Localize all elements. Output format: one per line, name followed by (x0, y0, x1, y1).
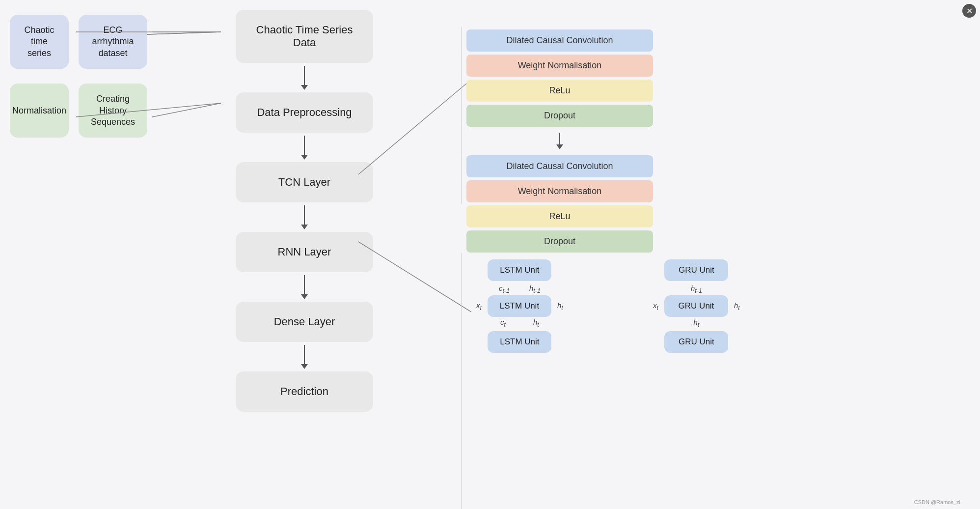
gru-xt-label: xt (653, 301, 658, 311)
chaotic-time-series-data-box: Chaotic Time Series Data (236, 10, 373, 63)
arrow-4 (301, 274, 308, 300)
normalisation-box: Normalisation (10, 84, 69, 138)
ecg-dataset-box: ECG arrhythmia dataset (79, 15, 147, 69)
watermark: CSDN @Ramos_zi (914, 499, 960, 505)
tcn-dilated-causal-1: Dilated Causal Convolution (466, 29, 653, 52)
dense-layer-box: Dense Layer (236, 302, 373, 342)
ht-label-2: ht (533, 318, 539, 328)
creating-history-sequences-box: Creating History Sequences (79, 84, 147, 138)
chaotic-time-series-box: Chaotic time series (10, 15, 69, 69)
gru-unit-bottom: GRU Unit (664, 331, 728, 353)
prediction-box: Prediction (236, 371, 373, 412)
tcn-relu-2: ReLu (466, 205, 653, 227)
lstm-unit-top: LSTM Unit (488, 259, 551, 281)
gru-ht-minus1-label: ht-1 (691, 284, 702, 294)
arrow-1 (301, 65, 308, 90)
ct-label: ct (500, 318, 506, 328)
lstm-unit-bottom: LSTM Unit (488, 331, 551, 353)
arrow-5 (301, 344, 308, 369)
tcn-weight-norm-2: Weight Normalisation (466, 180, 653, 202)
arrow-3 (301, 204, 308, 230)
svg-line-0 (147, 32, 221, 34)
gru-unit-mid: GRU Unit (664, 295, 728, 317)
rnn-gru-panel: GRU Unit ht-1 xt GRU Unit ht ht GRU Unit (653, 259, 740, 353)
tcn-block-arrow (466, 132, 653, 150)
left-panel: Chaotic time series ECG arrhythmia datas… (0, 0, 157, 197)
gru-ht-label: ht (734, 301, 740, 311)
lstm-unit-mid: LSTM Unit (488, 295, 551, 317)
left-row-1: Chaotic time series ECG arrhythmia datas… (10, 15, 147, 69)
close-icon: ✕ (966, 6, 973, 16)
close-button[interactable]: ✕ (962, 4, 976, 18)
ht-minus1-label: ht-1 (529, 284, 541, 294)
tcn-dropout-2: Dropout (466, 230, 653, 253)
lstm-xt-label: xt (476, 301, 482, 311)
tcn-dropout-1: Dropout (466, 105, 653, 127)
tcn-relu-1: ReLu (466, 80, 653, 102)
rnn-layer-box: RNN Layer (236, 232, 373, 272)
tcn-panel: Dilated Causal Convolution Weight Normal… (466, 29, 653, 253)
rnn-lstm-panel: LSTM Unit ct-1 ht-1 xt LSTM Unit ht ct h… (476, 259, 563, 353)
svg-line-1 (147, 32, 221, 34)
gru-ht-label-2: ht (693, 318, 699, 328)
arrow-2 (301, 135, 308, 160)
tcn-dilated-causal-2: Dilated Causal Convolution (466, 155, 653, 177)
center-flow: Chaotic Time Series Data Data Preprocess… (221, 0, 388, 412)
ct-minus1-label: ct-1 (499, 284, 510, 294)
lstm-ht-label: ht (557, 301, 563, 311)
data-preprocessing-box: Data Preprocessing (236, 92, 373, 133)
left-row-2: Normalisation Creating History Sequences (10, 84, 147, 138)
tcn-layer-box: TCN Layer (236, 162, 373, 202)
tcn-weight-norm-1: Weight Normalisation (466, 55, 653, 77)
svg-line-5 (152, 103, 221, 117)
gru-unit-top: GRU Unit (664, 259, 728, 281)
